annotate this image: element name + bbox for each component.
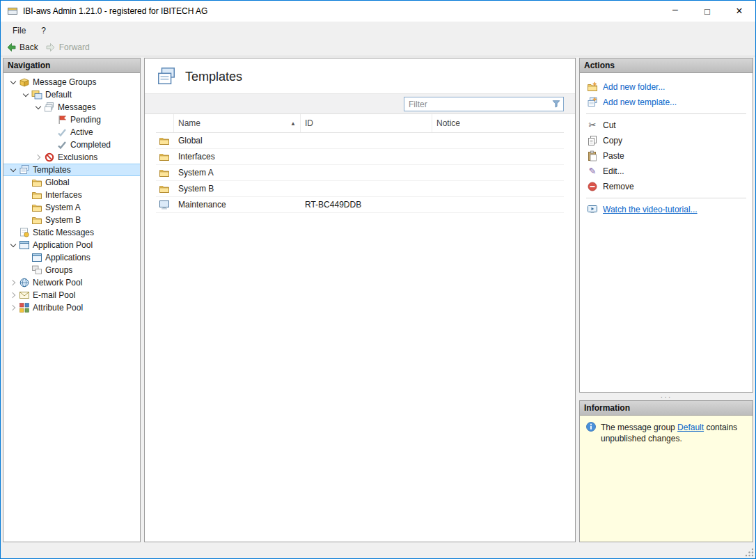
- application-pool-icon: [19, 239, 30, 251]
- table-header-row: Name▲ ID Notice: [156, 114, 564, 133]
- tree-item-templates[interactable]: Templates: [3, 164, 140, 176]
- column-header-notice[interactable]: Notice: [432, 114, 564, 132]
- pencil-icon: ✎: [587, 166, 598, 177]
- cut-action[interactable]: ✂ Cut: [580, 118, 753, 133]
- chevron-expanded-icon[interactable]: [21, 90, 31, 100]
- sort-ascending-icon: ▲: [290, 120, 296, 127]
- tree-item-active[interactable]: Active: [3, 126, 140, 139]
- app-window: IBI-aws Admin 1.21.0 - registered for IB…: [0, 0, 756, 559]
- back-button[interactable]: Back: [6, 42, 38, 53]
- column-header-id[interactable]: ID: [301, 114, 432, 132]
- tree-item-messages[interactable]: Messages: [3, 101, 140, 113]
- tree-item-default[interactable]: Default: [3, 88, 140, 101]
- tree-indent-spacer: [21, 190, 31, 200]
- table-row-global[interactable]: Global: [156, 133, 564, 149]
- navigation-tree: Message Groups Default Messages Pending …: [3, 73, 140, 317]
- tree-item-system-b[interactable]: System B: [3, 214, 140, 226]
- folder-icon: [31, 189, 42, 200]
- email-pool-icon: [19, 290, 30, 301]
- message-groups-icon: [19, 77, 30, 88]
- tree-item-exclusions[interactable]: Exclusions: [3, 151, 140, 164]
- paste-action[interactable]: Paste: [580, 148, 753, 164]
- tree-item-static-messages[interactable]: Static Messages: [3, 226, 140, 239]
- tree-item-message-groups[interactable]: Message Groups: [3, 76, 140, 88]
- back-arrow-icon: [6, 42, 17, 53]
- chevron-collapsed-icon[interactable]: [8, 290, 19, 300]
- folder-icon: [31, 177, 42, 188]
- title-bar[interactable]: IBI-aws Admin 1.21.0 - registered for IB…: [1, 1, 755, 22]
- table-row-maintenance[interactable]: Maintenance RT-BC449DDB: [156, 197, 564, 213]
- tree-item-pending[interactable]: Pending: [3, 113, 140, 126]
- window-controls: – □ ×: [659, 1, 755, 22]
- actions-header: Actions: [580, 58, 753, 73]
- applications-icon: [31, 252, 42, 263]
- completed-check-icon: [56, 139, 68, 150]
- actions-list: Add new folder... Add new template... ✂ …: [580, 73, 753, 217]
- information-panel: Information The message group Default co…: [579, 400, 753, 542]
- remove-action[interactable]: Remove: [580, 179, 753, 194]
- video-tutorial-action[interactable]: Watch the video-tutorial...: [580, 202, 753, 217]
- tree-indent-spacer: [21, 265, 31, 275]
- window-title: IBI-aws Admin 1.21.0 - registered for IB…: [23, 6, 659, 16]
- actions-separator: [586, 198, 746, 198]
- menu-help[interactable]: ?: [33, 23, 54, 38]
- template-icon: [159, 199, 170, 210]
- attribute-pool-icon: [19, 302, 30, 313]
- filter-box: [404, 97, 564, 111]
- table-row-interfaces[interactable]: Interfaces: [156, 149, 564, 165]
- add-new-folder-action[interactable]: Add new folder...: [580, 79, 753, 95]
- edit-action[interactable]: ✎ Edit...: [580, 164, 753, 179]
- menu-bar: File ?: [1, 22, 755, 39]
- tree-item-completed[interactable]: Completed: [3, 139, 140, 151]
- tree-indent-spacer: [46, 115, 56, 125]
- folder-icon: [159, 135, 170, 146]
- chevron-collapsed-icon[interactable]: [8, 278, 19, 288]
- tree-item-network-pool[interactable]: Network Pool: [3, 276, 140, 289]
- tree-item-attribute-pool[interactable]: Attribute Pool: [3, 301, 140, 314]
- filter-band: [145, 93, 575, 114]
- chevron-expanded-icon[interactable]: [8, 77, 19, 87]
- filter-funnel-icon[interactable]: [551, 99, 561, 109]
- status-bar: [1, 544, 755, 558]
- forward-arrow-icon: [45, 42, 56, 53]
- tree-item-groups[interactable]: Groups: [3, 264, 140, 276]
- chevron-expanded-icon[interactable]: [33, 102, 44, 112]
- table-row-system-a[interactable]: System A: [156, 165, 564, 181]
- tree-item-applications[interactable]: Applications: [3, 251, 140, 264]
- maximize-button[interactable]: □: [691, 1, 723, 22]
- table-row-system-b[interactable]: System B: [156, 181, 564, 197]
- content-title: Templates: [145, 58, 575, 93]
- right-column: Actions Add new folder... Add new templa…: [579, 58, 753, 542]
- minimize-button[interactable]: –: [659, 1, 691, 22]
- chevron-expanded-icon[interactable]: [8, 240, 19, 250]
- tree-item-global[interactable]: Global: [3, 176, 140, 189]
- tree-item-interfaces[interactable]: Interfaces: [3, 189, 140, 201]
- panel-splitter-handle[interactable]: ···: [579, 393, 753, 400]
- tree-item-system-a[interactable]: System A: [3, 201, 140, 214]
- message-group-icon: [31, 89, 42, 100]
- tree-item-application-pool[interactable]: Application Pool: [3, 239, 140, 251]
- tree-item-email-pool[interactable]: E-mail Pool: [3, 289, 140, 301]
- tree-indent-spacer: [46, 127, 56, 137]
- tree-indent-spacer: [46, 140, 56, 150]
- copy-action[interactable]: Copy: [580, 133, 753, 148]
- tree-indent-spacer: [21, 215, 31, 225]
- static-messages-icon: [19, 227, 30, 238]
- actions-separator: [586, 113, 746, 114]
- chevron-collapsed-icon[interactable]: [33, 152, 44, 162]
- resize-grip[interactable]: [745, 548, 754, 557]
- tree-indent-spacer: [21, 253, 31, 262]
- exclusions-icon: [44, 152, 55, 163]
- add-new-template-action[interactable]: Add new template...: [580, 95, 753, 110]
- forward-button[interactable]: Forward: [45, 42, 90, 53]
- active-check-icon: [56, 127, 68, 138]
- folder-icon: [159, 167, 170, 178]
- close-button[interactable]: ×: [723, 1, 755, 22]
- default-group-link[interactable]: Default: [677, 423, 704, 432]
- menu-file[interactable]: File: [5, 23, 33, 38]
- column-header-name[interactable]: Name▲: [174, 114, 301, 132]
- chevron-collapsed-icon[interactable]: [8, 303, 19, 313]
- copy-icon: [587, 135, 598, 146]
- chevron-expanded-icon[interactable]: [8, 165, 19, 175]
- filter-input[interactable]: [404, 97, 564, 111]
